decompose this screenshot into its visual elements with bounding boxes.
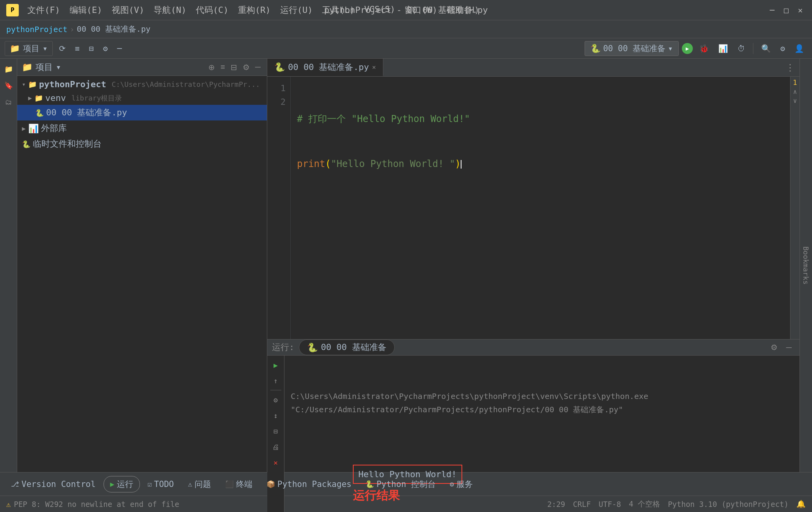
tab-services[interactable]: ⚙ 服务 [444, 476, 479, 492]
dropdown-chevron-icon[interactable]: ▾ [56, 62, 61, 72]
file-tree: 📁 项目 ▾ ⊕ ≡ ⊟ ⚙ ─ ▾ 📁 pythonProject C:\Us… [17, 59, 267, 472]
cursor-position[interactable]: 2:29 [547, 500, 565, 508]
tree-item-project[interactable]: ▾ 📁 pythonProject C:\Users\Administrator… [17, 77, 267, 91]
hide-button[interactable]: ─ [114, 42, 125, 55]
warning-status-icon: ⚠ [6, 500, 11, 508]
run-panel-actions: ⚙ ─ [767, 341, 795, 354]
run-tab-label: 00 00 基础准备 [321, 341, 386, 353]
menu-refactor[interactable]: 重构(R) [234, 3, 275, 18]
external-libs-arrow-icon: ▶ [22, 125, 26, 132]
avatar-button[interactable]: 👤 [791, 42, 807, 55]
tree-item-scratch-label: 临时文件和控制台 [33, 138, 102, 150]
run-restart-button[interactable]: ▶ [270, 359, 282, 371]
run-panel-close-button[interactable]: ─ [783, 341, 795, 354]
tab-close-button[interactable]: ✕ [372, 63, 376, 71]
tree-item-external-libs[interactable]: ▶ 📊 外部库 [17, 120, 267, 136]
indent-label[interactable]: 4 个空格 [629, 499, 660, 509]
tab-run-label: 运行 [117, 479, 133, 490]
run-scroll-up-button[interactable]: ↑ [270, 374, 282, 387]
structure-view-button[interactable]: 🗂 [2, 95, 16, 109]
maximize-button[interactable]: □ [781, 5, 792, 16]
run-filter-button[interactable]: ⊟ [270, 425, 282, 437]
tab-problems-label: 问题 [195, 479, 211, 490]
project-selector[interactable]: 📁 项目 ▾ [5, 41, 53, 56]
new-file-button[interactable]: ⊕ [207, 62, 216, 73]
code-editor[interactable]: 1 2 # 打印一个 "Hello Python World!" print("… [267, 77, 799, 339]
breadcrumb-file[interactable]: 00 00 基础准备.py [77, 24, 150, 34]
tab-run[interactable]: ▶ 运行 [104, 476, 140, 492]
sync-button[interactable]: ⟳ [56, 42, 69, 55]
bookmark-view-button[interactable]: 🔖 [2, 78, 16, 92]
code-content[interactable]: # 打印一个 "Hello Python World!" print("Hell… [291, 77, 790, 339]
file-tree-title: 📁 项目 ▾ [22, 61, 61, 73]
problems-icon: ⚠ [188, 480, 192, 488]
toolbar-right: 🐍 00 00 基础准备 ▾ ▶ 🐞 📊 ⏱ 🔍 ⚙ 👤 [585, 41, 807, 56]
settings-button[interactable]: ⚙ [100, 42, 111, 55]
profile-button[interactable]: ⏱ [734, 42, 748, 55]
menu-file[interactable]: 文件(F) [23, 3, 64, 18]
run-config-dropdown-icon: ▾ [668, 44, 673, 53]
tree-hide-button[interactable]: ─ [254, 62, 262, 73]
expand-tree-button[interactable]: ≡ [219, 62, 227, 73]
tree-item-venv[interactable]: ▶ 📁 venv library根目录 [17, 91, 267, 105]
menu-navigate[interactable]: 导航(N) [150, 3, 190, 18]
menu-view[interactable]: 视图(V) [108, 3, 148, 18]
tab-python-console[interactable]: 🐍 Python 控制台 [359, 476, 442, 492]
run-button[interactable]: ▶ [682, 43, 693, 54]
coverage-button[interactable]: 📊 [715, 42, 731, 55]
minimize-button[interactable]: ─ [767, 5, 778, 16]
encoding[interactable]: UTF-8 [599, 500, 621, 508]
line-number-2: 2 [267, 95, 286, 109]
venv-arrow-icon: ▶ [28, 94, 32, 102]
run-stop-button[interactable]: ⚙ [270, 393, 282, 406]
up-nav-icon[interactable]: ∧ [793, 88, 797, 95]
menu-run[interactable]: 运行(U) [276, 3, 317, 18]
editor-right-panel: 1 ∧ ∨ [790, 77, 799, 339]
tab-version-control[interactable]: ⎇ Version Control [5, 477, 102, 491]
expand-all-button[interactable]: ≡ [72, 42, 83, 55]
tree-settings-button[interactable]: ⚙ [241, 62, 251, 73]
code-string: "Hello Python World! " [331, 158, 455, 169]
run-print-button[interactable]: 🖨 [270, 440, 282, 453]
collapse-all-button[interactable]: ⊟ [86, 42, 97, 55]
menu-edit[interactable]: 编辑(E) [66, 3, 106, 18]
code-open-paren: ( [325, 158, 331, 169]
python-version[interactable]: Python 3.10 (pythonProject) [668, 500, 789, 508]
right-sidebar: Bookmarks [799, 59, 812, 472]
tree-item-scratch[interactable]: 🐍 临时文件和控制台 [17, 136, 267, 152]
cursor [461, 160, 461, 169]
settings-main-button[interactable]: ⚙ [777, 42, 788, 55]
line-number-1: 1 [267, 81, 286, 95]
tree-item-py-file[interactable]: 🐍 00 00 基础准备.py [17, 105, 267, 120]
tab-py-file[interactable]: 🐍 00 00 基础准备.py ✕ [267, 59, 383, 76]
tab-problems[interactable]: ⚠ 问题 [182, 476, 217, 492]
external-libs-icon: 📊 [28, 124, 39, 133]
tab-python-packages[interactable]: 📦 Python Packages [260, 477, 358, 491]
run-close-tab-button[interactable]: ✕ [270, 456, 282, 469]
tab-py-icon: 🐍 [274, 62, 285, 72]
project-view-button[interactable]: 📁 [2, 62, 16, 76]
debug-button[interactable]: 🐞 [696, 42, 712, 55]
breadcrumb-toolbar: pythonProject › 00 00 基础准备.py [0, 20, 812, 38]
tab-todo[interactable]: ☑ TODO [141, 477, 180, 491]
run-wrap-button[interactable]: ↕ [270, 409, 282, 422]
breadcrumb-project[interactable]: pythonProject [6, 25, 68, 34]
tab-more-icon[interactable]: ⋮ [785, 62, 795, 73]
menu-code[interactable]: 代码(C) [192, 3, 233, 18]
run-panel-settings-button[interactable]: ⚙ [767, 341, 781, 354]
tab-py-label: 00 00 基础准备.py [288, 61, 369, 73]
collapse-tree-button[interactable]: ⊟ [229, 62, 239, 73]
run-label: 运行: [272, 341, 294, 353]
dropdown-icon: ▾ [43, 44, 48, 53]
app-logo: P [6, 4, 19, 16]
run-active-tab[interactable]: 🐍 00 00 基础准备 [299, 340, 394, 355]
tab-terminal[interactable]: ⬛ 终端 [219, 476, 259, 492]
close-button[interactable]: ✕ [795, 5, 806, 16]
breadcrumb: pythonProject › 00 00 基础准备.py [6, 24, 150, 34]
status-message[interactable]: PEP 8: W292 no newline at end of file [14, 500, 179, 508]
line-ending[interactable]: CRLF [573, 500, 591, 508]
warning-count: 1 [793, 78, 797, 86]
down-nav-icon[interactable]: ∨ [793, 97, 797, 104]
run-config-selector[interactable]: 🐍 00 00 基础准备 ▾ [585, 41, 679, 56]
search-everywhere-button[interactable]: 🔍 [758, 42, 774, 55]
